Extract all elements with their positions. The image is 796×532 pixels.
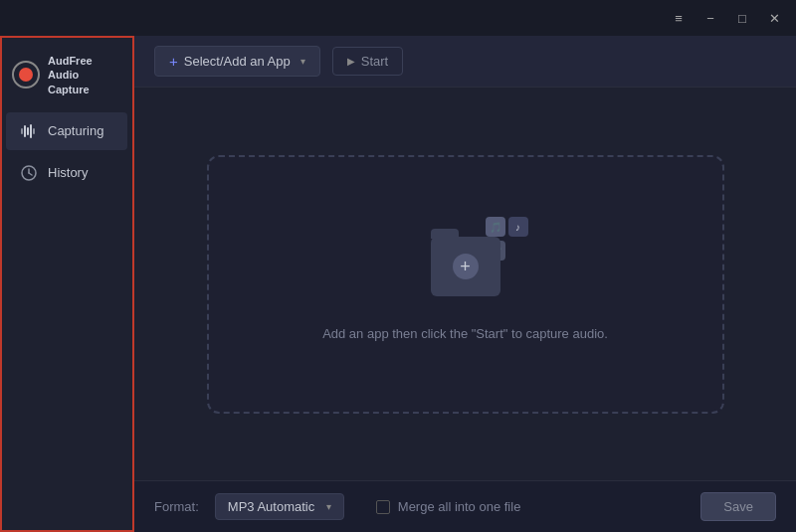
merge-label: Merge all into one file (398, 499, 521, 514)
drop-hint-text: Add an app then click the "Start" to cap… (322, 326, 608, 341)
app-name: AudFree Audio Capture (48, 54, 121, 96)
add-app-illustration: 🎵 🎶 ♪ + (421, 227, 510, 306)
format-select[interactable]: MP3 Automatic ▾ (215, 493, 344, 520)
sidebar-item-capturing[interactable]: Capturing (6, 112, 127, 150)
start-button[interactable]: ▶ Start (332, 47, 403, 76)
title-bar: ≡ − □ ✕ (0, 0, 796, 36)
plus-icon: + (169, 53, 178, 70)
svg-rect-4 (33, 128, 35, 134)
folder-icon: + (431, 237, 500, 296)
format-value: MP3 Automatic (228, 499, 314, 514)
sidebar: AudFree Audio Capture Capturing (0, 36, 134, 532)
plus-circle: + (453, 254, 479, 279)
history-label: History (48, 165, 88, 180)
clock-icon (20, 164, 38, 182)
minimize-button[interactable]: − (696, 6, 724, 30)
app-logo-icon (12, 61, 40, 89)
logo-section: AudFree Audio Capture (0, 44, 133, 110)
save-button[interactable]: Save (700, 492, 776, 521)
svg-rect-1 (24, 125, 26, 137)
float-icon-3: ♪ (508, 217, 528, 237)
merge-check-group: Merge all into one file (376, 499, 521, 514)
play-icon: ▶ (347, 56, 355, 67)
sidebar-item-history[interactable]: History (6, 154, 127, 192)
select-app-label: Select/Add an App (184, 54, 291, 69)
record-dot (19, 68, 33, 82)
bottom-bar: Format: MP3 Automatic ▾ Merge all into o… (134, 480, 796, 532)
format-chevron-icon: ▾ (326, 501, 331, 512)
svg-rect-0 (21, 128, 23, 134)
close-button[interactable]: ✕ (760, 6, 788, 30)
select-add-app-button[interactable]: + Select/Add an App ▾ (154, 46, 320, 77)
toolbar: + Select/Add an App ▾ ▶ Start (134, 36, 796, 88)
drop-zone: 🎵 🎶 ♪ + Add an app then click the "Start… (207, 155, 724, 414)
format-label: Format: (154, 499, 199, 514)
capturing-label: Capturing (48, 123, 103, 138)
start-label: Start (361, 54, 388, 69)
float-icon-1: 🎵 (486, 217, 505, 237)
main-content: 🎵 🎶 ♪ + Add an app then click the "Start… (134, 88, 796, 480)
svg-rect-3 (30, 124, 32, 138)
right-side: + Select/Add an App ▾ ▶ Start 🎵 🎶 (134, 36, 796, 532)
hamburger-button[interactable]: ≡ (665, 6, 693, 30)
merge-checkbox[interactable] (376, 500, 390, 514)
waveform-icon (20, 122, 38, 140)
chevron-down-icon: ▾ (300, 56, 305, 67)
svg-rect-2 (27, 127, 29, 135)
svg-line-7 (29, 173, 32, 175)
maximize-button[interactable]: □ (728, 6, 756, 30)
